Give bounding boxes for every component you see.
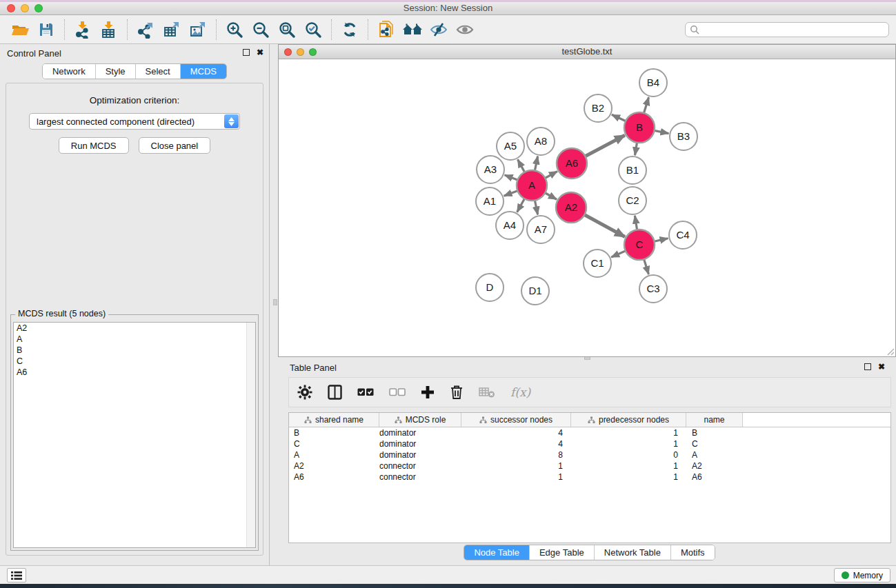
tab-select[interactable]: Select (135, 64, 180, 79)
table-cell[interactable]: 1 (571, 472, 686, 482)
network-canvas[interactable]: B4B2BB3A5A8A6A3B1AA1C2A2A4A7C4CC1C3DD1 (279, 59, 895, 356)
tab-style[interactable]: Style (95, 64, 135, 79)
table-row[interactable]: A6connector11A6 (289, 472, 890, 483)
delete-column-button[interactable] (450, 385, 464, 400)
graph-node-A6[interactable] (557, 148, 587, 179)
network-minimize-button[interactable] (297, 48, 304, 56)
select-all-button[interactable] (357, 387, 374, 397)
graph-node-A4[interactable] (496, 212, 524, 239)
network-graph[interactable]: B4B2BB3A5A8A6A3B1AA1C2A2A4A7C4CC1C3DD1 (279, 59, 895, 356)
function-builder-button[interactable]: f(x) (510, 385, 530, 399)
graph-node-A3[interactable] (477, 156, 504, 183)
titlebar[interactable]: Session: New Session (0, 2, 896, 15)
zoom-in-button[interactable] (221, 17, 248, 42)
graph-node-A7[interactable] (527, 216, 555, 243)
deselect-all-button[interactable] (389, 387, 406, 397)
graph-node-A2[interactable] (556, 192, 586, 223)
network-window-titlebar[interactable]: testGlobe.txt (279, 45, 895, 59)
tab-mcds[interactable]: MCDS (180, 64, 226, 79)
table-cell[interactable]: B (289, 428, 379, 438)
table-cell[interactable]: 1 (571, 461, 686, 471)
zoom-out-button[interactable] (248, 17, 274, 42)
close-mcds-panel-button[interactable]: Close panel (139, 137, 211, 154)
graph-node-C[interactable] (624, 230, 655, 260)
table-cell[interactable]: connector (379, 461, 461, 471)
table-cell[interactable]: 4 (461, 439, 571, 449)
graph-node-B4[interactable] (639, 69, 667, 97)
home-button[interactable] (399, 17, 426, 42)
table-row[interactable]: A2connector11A2 (289, 460, 890, 472)
table-settings-button[interactable] (297, 385, 312, 400)
table-cell[interactable]: C (686, 439, 743, 449)
table-cell[interactable]: dominator (379, 439, 461, 449)
graph-node-C4[interactable] (669, 221, 697, 249)
close-window-button[interactable] (7, 4, 15, 12)
table-row[interactable]: Cdominator41C (289, 438, 890, 449)
export-table-button[interactable] (159, 17, 185, 42)
panel-menu-button[interactable] (7, 568, 26, 582)
export-network-button[interactable] (132, 17, 159, 42)
graph-node-B3[interactable] (670, 123, 697, 150)
mcds-result-item[interactable]: A6 (14, 367, 255, 378)
memory-button[interactable]: Memory (834, 568, 890, 582)
table-cell[interactable]: B (686, 428, 743, 438)
tab-edge-table[interactable]: Edge Table (529, 545, 594, 560)
mcds-result-item[interactable]: C (14, 356, 255, 367)
import-table-button[interactable] (96, 17, 122, 42)
result-scrollbar[interactable] (246, 323, 255, 547)
hide-network-button[interactable] (426, 17, 452, 42)
save-session-button[interactable] (33, 17, 59, 42)
zoom-fit-button[interactable] (274, 17, 300, 42)
table-cell[interactable]: 1 (571, 439, 686, 449)
column-header-name[interactable]: name (686, 413, 743, 427)
zoom-window-button[interactable] (34, 4, 43, 12)
graph-node-C3[interactable] (639, 275, 667, 303)
open-session-button[interactable] (7, 17, 33, 42)
show-network-button[interactable] (452, 17, 478, 42)
search-input[interactable] (685, 22, 889, 37)
tab-network-table[interactable]: Network Table (594, 545, 670, 560)
table-cell[interactable]: dominator (379, 428, 461, 438)
close-panel-button[interactable]: ✖ (257, 48, 263, 57)
graph-node-B1[interactable] (619, 156, 646, 184)
close-table-panel-button[interactable]: ✖ (878, 363, 885, 371)
graph-node-B2[interactable] (584, 94, 612, 122)
resize-corner-icon[interactable] (886, 347, 895, 356)
graph-node-A1[interactable] (476, 187, 504, 215)
network-zoom-button[interactable] (309, 48, 317, 56)
mcds-result-item[interactable]: A (14, 334, 255, 345)
import-network-button[interactable] (70, 17, 96, 42)
delete-table-button[interactable] (479, 386, 495, 398)
float-panel-button[interactable] (243, 49, 250, 56)
add-column-button[interactable] (421, 385, 435, 399)
table-cell[interactable]: A (289, 450, 379, 460)
graph-node-C2[interactable] (619, 187, 646, 214)
mcds-result-item[interactable]: A2 (14, 323, 255, 334)
table-cell[interactable]: 1 (571, 428, 686, 438)
mcds-result-item[interactable]: B (14, 345, 255, 356)
table-cell[interactable]: dominator (379, 450, 461, 460)
tab-network[interactable]: Network (43, 64, 95, 79)
table-cell[interactable]: A6 (686, 472, 743, 482)
graph-node-D[interactable] (476, 274, 504, 301)
table-cell[interactable]: A2 (686, 461, 743, 471)
graph-node-A8[interactable] (527, 128, 555, 155)
minimize-window-button[interactable] (21, 4, 29, 12)
graph-node-C1[interactable] (584, 250, 611, 277)
run-mcds-button[interactable]: Run MCDS (59, 137, 129, 154)
table-cell[interactable]: C (289, 439, 379, 449)
refresh-button[interactable] (337, 17, 363, 42)
new-network-file-button[interactable] (373, 17, 399, 42)
column-header-MCDS-role[interactable]: MCDS role (379, 413, 461, 427)
table-cell[interactable]: 4 (461, 428, 571, 438)
table-cell[interactable]: A2 (289, 461, 379, 471)
table-row[interactable]: Adominator80A (289, 449, 890, 460)
table-cell[interactable]: A6 (289, 472, 379, 482)
graph-node-D1[interactable] (521, 277, 549, 305)
table-cell[interactable]: 1 (461, 461, 571, 471)
table-row[interactable]: Bdominator41B (289, 427, 890, 438)
table-cell[interactable]: connector (379, 472, 461, 482)
zoom-selected-button[interactable] (300, 17, 326, 42)
table-cell[interactable]: 0 (571, 450, 686, 460)
tab-node-table[interactable]: Node Table (464, 545, 529, 560)
